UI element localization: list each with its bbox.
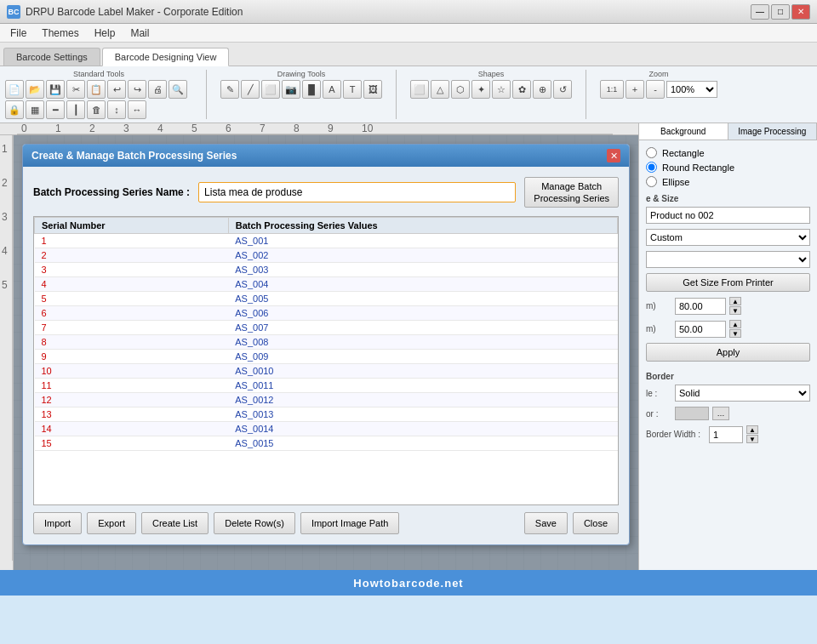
table-row[interactable]: 9AS_009 bbox=[35, 350, 618, 364]
height-up-btn[interactable]: ▲ bbox=[729, 320, 741, 328]
menu-file[interactable]: File bbox=[3, 26, 33, 41]
table-row[interactable]: 1AS_001 bbox=[35, 234, 618, 248]
rectangle-radio[interactable] bbox=[646, 147, 657, 158]
zoom-in-btn[interactable]: + bbox=[626, 80, 644, 99]
border-style-select[interactable]: Solid Dashed Dotted bbox=[675, 385, 810, 402]
delete-btn[interactable]: 🗑 bbox=[87, 100, 106, 119]
height-down-btn[interactable]: ▼ bbox=[729, 329, 741, 338]
zoom-out-btn[interactable]: - bbox=[646, 80, 665, 99]
redo-btn[interactable]: ↪ bbox=[128, 80, 146, 99]
product-name-input[interactable] bbox=[646, 207, 810, 224]
manage-batch-button[interactable]: Manage Batch Processing Series bbox=[524, 177, 619, 208]
menu-themes[interactable]: Themes bbox=[35, 26, 85, 41]
triangle-shape-btn[interactable]: △ bbox=[431, 80, 449, 99]
new-btn[interactable]: 📄 bbox=[5, 80, 24, 99]
ruler-v-btn[interactable]: ┃ bbox=[66, 100, 85, 119]
import-image-path-button[interactable]: Import Image Path bbox=[300, 512, 400, 534]
barcode-btn[interactable]: ▐▌ bbox=[302, 80, 321, 99]
batch-table: Serial Number Batch Processing Series Va… bbox=[34, 217, 618, 451]
canvas-area[interactable]: Create & Manage Batch Processing Series … bbox=[14, 135, 638, 570]
pencil-btn[interactable]: ✎ bbox=[220, 80, 239, 99]
square-shape-btn[interactable]: ⬜ bbox=[410, 80, 429, 99]
minimize-button[interactable]: — bbox=[751, 4, 769, 20]
maximize-button[interactable]: □ bbox=[771, 4, 790, 20]
menu-mail[interactable]: Mail bbox=[123, 26, 156, 41]
richtext-btn[interactable]: T bbox=[343, 80, 362, 99]
star-shape-btn[interactable]: ☆ bbox=[492, 80, 511, 99]
table-row[interactable]: 3AS_003 bbox=[35, 263, 618, 277]
batch-value-cell: AS_002 bbox=[228, 248, 617, 263]
batch-table-container[interactable]: Serial Number Batch Processing Series Va… bbox=[33, 216, 619, 505]
table-row[interactable]: 5AS_005 bbox=[35, 292, 618, 306]
panel-tab-background[interactable]: Background bbox=[639, 123, 728, 140]
border-width-down-btn[interactable]: ▼ bbox=[746, 435, 758, 443]
table-row[interactable]: 7AS_007 bbox=[35, 321, 618, 335]
tab-barcode-settings[interactable]: Barcode Settings bbox=[3, 48, 100, 66]
table-row[interactable]: 2AS_002 bbox=[35, 248, 618, 263]
apply-button[interactable]: Apply bbox=[646, 343, 810, 362]
hex-shape-btn[interactable]: ⬡ bbox=[451, 80, 470, 99]
table-row[interactable]: 4AS_004 bbox=[35, 277, 618, 292]
rect-btn[interactable]: ⬜ bbox=[261, 80, 280, 99]
get-size-from-printer-button[interactable]: Get Size From Printer bbox=[646, 273, 810, 292]
close-button[interactable]: Close bbox=[573, 512, 619, 534]
table-row[interactable]: 8AS_008 bbox=[35, 335, 618, 350]
flip-v-btn[interactable]: ↕ bbox=[107, 100, 126, 119]
height-input[interactable] bbox=[675, 321, 726, 338]
table-row[interactable]: 10AS_0010 bbox=[35, 364, 618, 379]
save-button[interactable]: Save bbox=[524, 512, 568, 534]
import-button[interactable]: Import bbox=[33, 512, 82, 534]
table-row[interactable]: 14AS_0014 bbox=[35, 422, 618, 436]
border-width-up-btn[interactable]: ▲ bbox=[746, 425, 758, 434]
panel-tab-image-processing[interactable]: Image Processing bbox=[728, 123, 818, 140]
export-button[interactable]: Export bbox=[87, 512, 136, 534]
open-btn[interactable]: 📂 bbox=[26, 80, 44, 99]
plus-shape-btn[interactable]: ⊕ bbox=[533, 80, 551, 99]
table-btn[interactable]: ▦ bbox=[26, 100, 44, 119]
delete-rows-button[interactable]: Delete Row(s) bbox=[214, 512, 295, 534]
width-down-btn[interactable]: ▼ bbox=[729, 306, 741, 315]
line-btn[interactable]: ╱ bbox=[241, 80, 260, 99]
search-btn[interactable]: 🔍 bbox=[169, 80, 187, 99]
photo-btn[interactable]: 📷 bbox=[282, 80, 300, 99]
copy-btn[interactable]: 📋 bbox=[87, 80, 106, 99]
arrow-shape-btn[interactable]: ↺ bbox=[553, 80, 572, 99]
text-btn[interactable]: A bbox=[323, 80, 341, 99]
ruler-horizontal: 0 1 2 3 4 5 6 7 8 9 10 bbox=[0, 123, 638, 135]
table-row[interactable]: 13AS_0013 bbox=[35, 407, 618, 422]
table-row[interactable]: 11AS_0011 bbox=[35, 379, 618, 393]
zoom-select[interactable]: 50% 75% 100% 150% 200% bbox=[666, 81, 717, 98]
create-list-button[interactable]: Create List bbox=[141, 512, 209, 534]
app-close-button[interactable]: ✕ bbox=[791, 4, 810, 20]
border-width-input[interactable] bbox=[709, 426, 743, 443]
lock-btn[interactable]: 🔒 bbox=[5, 100, 24, 119]
undo-btn[interactable]: ↩ bbox=[107, 80, 126, 99]
size-select[interactable]: Custom Standard A4 bbox=[646, 229, 810, 246]
round-rectangle-radio[interactable] bbox=[646, 162, 657, 173]
modal-close-x-button[interactable]: ✕ bbox=[607, 149, 620, 162]
width-input[interactable] bbox=[675, 298, 726, 315]
zoom-ratio-btn[interactable]: 1:1 bbox=[600, 80, 624, 99]
width-up-btn[interactable]: ▲ bbox=[729, 297, 741, 305]
save-btn[interactable]: 💾 bbox=[46, 80, 65, 99]
panel-tabs: Background Image Processing bbox=[639, 123, 817, 140]
size-sub-select[interactable] bbox=[646, 251, 810, 268]
drawing-tools-label: Drawing Tools bbox=[277, 70, 325, 78]
frame-btn[interactable]: 🖼 bbox=[363, 80, 382, 99]
table-row[interactable]: 15AS_0015 bbox=[35, 436, 618, 451]
batch-name-input[interactable] bbox=[198, 182, 516, 202]
ruler-h-btn[interactable]: ━ bbox=[46, 100, 65, 119]
gear-shape-btn[interactable]: ✿ bbox=[512, 80, 531, 99]
tab-barcode-designing[interactable]: Barcode Designing View bbox=[102, 48, 230, 66]
flip-h-btn[interactable]: ↔ bbox=[128, 100, 146, 119]
print-btn[interactable]: 🖨 bbox=[148, 80, 167, 99]
ellipse-radio[interactable] bbox=[646, 176, 657, 187]
modal-title: Create & Manage Batch Processing Series bbox=[31, 150, 237, 162]
cut-btn[interactable]: ✂ bbox=[66, 80, 85, 99]
table-row[interactable]: 12AS_0012 bbox=[35, 393, 618, 407]
star4-shape-btn[interactable]: ✦ bbox=[471, 80, 490, 99]
main-area: 0 1 2 3 4 5 6 7 8 9 10 1 2 3 4 bbox=[0, 123, 817, 570]
table-row[interactable]: 6AS_006 bbox=[35, 306, 618, 321]
border-color-button[interactable]: … bbox=[712, 407, 729, 420]
menu-help[interactable]: Help bbox=[88, 26, 123, 41]
